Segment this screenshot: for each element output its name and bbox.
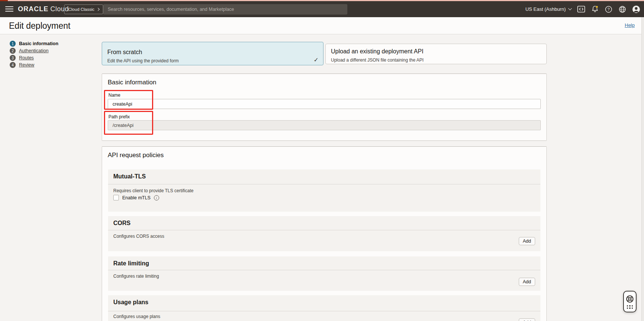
step-number-badge: 4 bbox=[10, 62, 16, 68]
wizard-steps: 1 Basic information 2 Authentication 3 R… bbox=[10, 41, 59, 69]
policy-section-rate-limiting: Rate limiting Configures rate limiting A… bbox=[108, 256, 540, 291]
step-number-badge: 1 bbox=[10, 41, 16, 47]
brand-oracle: ORACLE bbox=[18, 5, 48, 13]
scrollbar[interactable] bbox=[641, 17, 644, 321]
info-icon[interactable]: i bbox=[154, 195, 159, 200]
help-question-icon[interactable]: ? bbox=[604, 5, 613, 13]
rate-limiting-add-button[interactable]: Add bbox=[519, 278, 535, 286]
cors-title: CORS bbox=[113, 220, 130, 227]
mutual-tls-desc: Requires client to provide TLS certifica… bbox=[113, 188, 193, 193]
wizard-step-routes[interactable]: 3 Routes bbox=[10, 55, 59, 61]
section-divider bbox=[108, 311, 540, 311]
name-input[interactable] bbox=[108, 99, 541, 109]
cloud-classic-button[interactable]: Cloud Classic bbox=[64, 4, 103, 14]
topbar: ORACLECloud Cloud Classic US East (Ashbu… bbox=[0, 1, 644, 17]
rate-limiting-title: Rate limiting bbox=[113, 260, 149, 267]
path-prefix-input bbox=[108, 120, 541, 130]
wizard-step-basic-information[interactable]: 1 Basic information bbox=[10, 41, 59, 47]
support-float-button[interactable] bbox=[623, 291, 637, 312]
language-globe-icon[interactable] bbox=[618, 5, 626, 13]
from-scratch-card[interactable]: From scratch Edit the API using the prov… bbox=[102, 42, 323, 65]
name-label: Name bbox=[108, 93, 120, 98]
page-title: Edit deployment bbox=[9, 21, 70, 31]
api-request-policies-panel: API request policies Mutual-TLS Requires… bbox=[102, 146, 547, 321]
enable-mtls-row: Enable mTLS i bbox=[113, 195, 159, 200]
usage-plans-desc: Configures usage plans bbox=[113, 314, 160, 319]
policy-section-cors: CORS Configures CORS access Add bbox=[108, 216, 540, 251]
step-label: Review bbox=[19, 62, 34, 68]
cloud-classic-label: Cloud Classic bbox=[68, 7, 94, 12]
topbar-right-cluster: US East (Ashburn) ? bbox=[525, 1, 640, 17]
upload-api-card[interactable]: Upload an existing deployment API Upload… bbox=[325, 44, 547, 64]
svg-text:?: ? bbox=[607, 7, 610, 11]
oracle-cloud-logo[interactable]: ORACLECloud bbox=[18, 5, 69, 13]
search-input[interactable] bbox=[103, 4, 347, 15]
developer-console-icon[interactable] bbox=[577, 5, 585, 13]
section-divider bbox=[108, 270, 540, 270]
usage-plans-title: Usage plans bbox=[113, 299, 148, 306]
wizard-step-review[interactable]: 4 Review bbox=[10, 62, 59, 68]
step-label: Routes bbox=[19, 55, 34, 60]
section-divider bbox=[108, 230, 540, 230]
oracle-cloud-console: ORACLECloud Cloud Classic US East (Ashbu… bbox=[0, 0, 644, 321]
step-label: Basic information bbox=[19, 41, 59, 46]
chevron-down-icon bbox=[568, 7, 572, 10]
selected-check-icon: ✓ bbox=[314, 56, 319, 63]
region-label: US East (Ashburn) bbox=[525, 6, 566, 12]
upload-api-desc: Upload a different JSON file containing … bbox=[331, 57, 424, 63]
wizard-step-authentication[interactable]: 2 Authentication bbox=[10, 48, 59, 54]
chevron-right-icon bbox=[97, 8, 100, 11]
enable-mtls-label: Enable mTLS bbox=[122, 195, 151, 200]
basic-information-panel: Basic information Name Path prefix bbox=[102, 74, 547, 141]
policy-section-mutual-tls: Mutual-TLS Requires client to provide TL… bbox=[108, 169, 540, 212]
enable-mtls-checkbox[interactable] bbox=[113, 195, 119, 200]
basic-information-title: Basic information bbox=[108, 79, 156, 86]
step-number-badge: 3 bbox=[10, 55, 16, 61]
cors-add-button[interactable]: Add bbox=[519, 237, 535, 245]
from-scratch-desc: Edit the API using the provided form bbox=[107, 58, 179, 63]
lifebuoy-icon bbox=[625, 294, 634, 303]
section-divider bbox=[108, 184, 540, 184]
policy-section-usage-plans: Usage plans Configures usage plans Add bbox=[108, 295, 540, 321]
api-request-policies-title: API request policies bbox=[108, 152, 164, 159]
help-link[interactable]: Help bbox=[625, 22, 635, 28]
rate-limiting-desc: Configures rate limiting bbox=[113, 274, 159, 279]
from-scratch-title: From scratch bbox=[107, 49, 142, 56]
dots-grid-icon bbox=[627, 305, 633, 309]
cors-desc: Configures CORS access bbox=[113, 234, 164, 239]
usage-plans-add-button[interactable]: Add bbox=[519, 318, 535, 321]
region-selector[interactable]: US East (Ashburn) bbox=[525, 6, 571, 12]
mutual-tls-title: Mutual-TLS bbox=[113, 173, 146, 180]
notifications-bell-icon[interactable] bbox=[591, 5, 599, 13]
upload-api-title: Upload an existing deployment API bbox=[331, 48, 423, 55]
path-prefix-label: Path prefix bbox=[108, 114, 130, 119]
step-number-badge: 2 bbox=[10, 48, 16, 54]
step-label: Authentication bbox=[19, 48, 48, 53]
user-avatar[interactable] bbox=[632, 5, 640, 13]
menu-icon[interactable] bbox=[5, 6, 13, 12]
page-header: Edit deployment Help bbox=[0, 17, 644, 34]
